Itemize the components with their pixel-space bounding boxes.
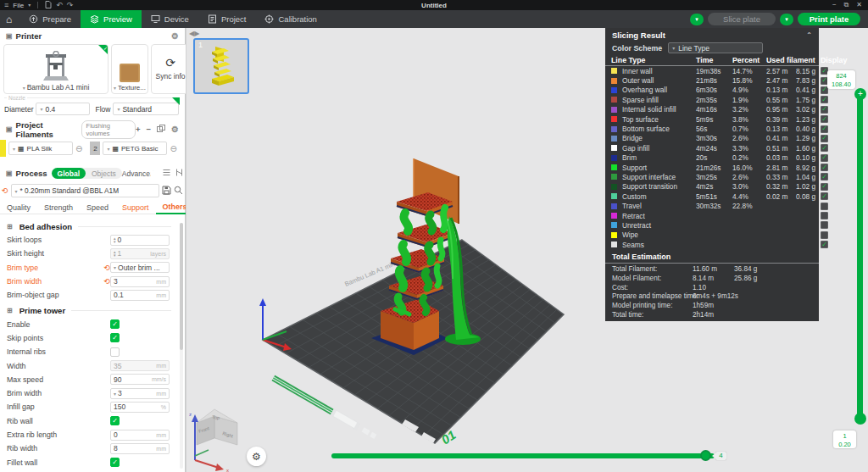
- color-scheme-select[interactable]: ▾ Line Type: [668, 42, 763, 53]
- reset-preset-icon[interactable]: ⟲: [2, 186, 8, 195]
- printer-card[interactable]: ▾Bambu Lab A1 mini: [3, 44, 108, 94]
- display-checkbox[interactable]: [821, 221, 828, 229]
- setting-input[interactable]: 90mm/s: [110, 374, 170, 385]
- tab-project[interactable]: Project: [198, 10, 256, 28]
- diameter-select[interactable]: ▾0.4: [36, 103, 90, 115]
- line-type-swatch: [611, 203, 617, 209]
- print-plate-button[interactable]: Print plate: [798, 13, 860, 25]
- display-checkbox[interactable]: ✓: [821, 183, 828, 191]
- process-tab-speed[interactable]: Speed: [80, 201, 115, 214]
- display-checkbox[interactable]: ✓: [821, 135, 828, 142]
- global-objects-switch[interactable]: Global Objects: [52, 168, 122, 179]
- setting-input[interactable]: 0mm: [110, 430, 170, 441]
- remove-filament-button[interactable]: ⊖: [75, 144, 82, 153]
- minimize-button[interactable]: −: [832, 1, 837, 9]
- move-slider-handle[interactable]: [700, 450, 711, 461]
- hamburger-menu-icon[interactable]: ≡: [4, 1, 8, 9]
- layer-slider-top-handle[interactable]: +: [854, 88, 866, 100]
- sidebar-scrollbar[interactable]: [180, 223, 183, 469]
- process-tab-strength[interactable]: Strength: [37, 201, 80, 214]
- setting-input[interactable]: 3mm: [110, 276, 170, 287]
- tab-device[interactable]: Device: [142, 10, 198, 28]
- process-tab-quality[interactable]: Quality: [0, 201, 37, 214]
- setting-spinner[interactable]: ▴▾0: [110, 235, 170, 246]
- remove-filament-icon[interactable]: −: [146, 125, 151, 134]
- display-checkbox[interactable]: ✓: [821, 173, 828, 180]
- setting-select[interactable]: ▾Outer brim ...: [110, 262, 170, 273]
- line-type-row: Support21m26s16.0%2.81 m8.92 g✓: [605, 163, 819, 172]
- setting-input[interactable]: 0.1mm: [110, 290, 170, 301]
- sync-filament-list-icon[interactable]: [157, 125, 165, 134]
- setting-input[interactable]: 35mm: [110, 360, 170, 371]
- display-checkbox[interactable]: ✓: [821, 96, 828, 103]
- home-icon[interactable]: ⌂: [6, 14, 12, 25]
- slice-plate-button[interactable]: Slice plate: [708, 13, 776, 25]
- new-project-icon[interactable]: [45, 1, 52, 10]
- display-checkbox[interactable]: ✓: [821, 192, 828, 200]
- setting-checkbox[interactable]: ✓: [110, 319, 120, 329]
- setting-select[interactable]: ▾3mm: [110, 388, 170, 399]
- display-checkbox[interactable]: ✓: [821, 241, 828, 248]
- display-checkbox[interactable]: ✓: [821, 154, 828, 162]
- setting-input[interactable]: 150%: [110, 402, 170, 413]
- redo-icon[interactable]: ↷: [67, 1, 74, 9]
- layer-slider-track[interactable]: [857, 93, 863, 419]
- file-menu[interactable]: File: [13, 2, 24, 9]
- slice-options-chevron[interactable]: ▾: [690, 14, 704, 25]
- slider-settings-button[interactable]: ⚙: [247, 447, 266, 466]
- plate-type-card[interactable]: ▾Texture...: [111, 44, 148, 94]
- display-checkbox[interactable]: ✓: [821, 164, 828, 171]
- collapse-panel-icon[interactable]: ⌃: [806, 31, 812, 39]
- print-options-chevron[interactable]: ▾: [780, 14, 793, 25]
- undo-icon[interactable]: ↶: [56, 1, 63, 9]
- flushing-volumes-button[interactable]: Flushing volumes: [81, 120, 136, 139]
- add-filament-icon[interactable]: +: [136, 125, 141, 134]
- reset-setting-icon[interactable]: ⟲: [103, 277, 110, 286]
- close-button[interactable]: ✕: [856, 1, 862, 9]
- setting-spinner[interactable]: ▴▾1layers: [110, 248, 170, 259]
- display-checkbox[interactable]: ✓: [821, 125, 828, 133]
- filament-color-tab[interactable]: [0, 140, 6, 157]
- layer-slider-bottom-handle[interactable]: [854, 413, 866, 425]
- display-checkbox[interactable]: ✓: [821, 115, 828, 123]
- filament-number-badge[interactable]: 2: [90, 142, 100, 155]
- setting-checkbox[interactable]: [110, 347, 120, 357]
- plate-thumbnail[interactable]: 1: [193, 38, 249, 94]
- display-checkbox[interactable]: ✓: [821, 106, 828, 114]
- setting-checkbox[interactable]: ✓: [110, 333, 120, 342]
- reset-setting-icon[interactable]: ⟲: [103, 264, 110, 272]
- sync-info-button[interactable]: ⟳ Sync info: [151, 44, 190, 94]
- tab-preview[interactable]: Preview: [81, 10, 142, 28]
- setting-input[interactable]: 8mm: [110, 443, 170, 454]
- tab-prepare[interactable]: Prepare: [19, 10, 81, 28]
- collapse-plate-list-icon[interactable]: ◀▶: [189, 30, 199, 37]
- compare-presets-icon[interactable]: [175, 169, 183, 178]
- printer-image: [39, 51, 73, 83]
- display-checkbox[interactable]: ✓: [821, 144, 828, 152]
- search-settings-icon[interactable]: [174, 186, 183, 197]
- setting-checkbox[interactable]: ✓: [110, 458, 120, 467]
- restore-button[interactable]: ⧉: [844, 1, 849, 9]
- time-value: 4m24s: [696, 144, 732, 153]
- setting-checkbox[interactable]: ✓: [110, 416, 120, 425]
- filament-select[interactable]: ▾▦PETG Basic: [103, 142, 167, 155]
- tab-calibration[interactable]: Calibration: [255, 10, 326, 28]
- navigation-cube[interactable]: Top Front Right z x: [189, 409, 237, 472]
- remove-filament-button[interactable]: ⊖: [170, 144, 176, 153]
- filament-settings-gear-icon[interactable]: ⚙: [171, 125, 179, 134]
- process-preset-select[interactable]: ▾* 0.20mm Standard @BBL A1M: [11, 184, 159, 197]
- move-slider-track[interactable]: [331, 453, 715, 458]
- filament-select[interactable]: ▾▦PLA Silk: [8, 142, 73, 155]
- setting-row: Extra rib length0mm: [7, 428, 171, 441]
- line-type-row: Outer wall21m8s15.8%2.47 m7.83 g✓: [605, 75, 819, 85]
- display-checkbox[interactable]: [821, 203, 828, 210]
- line-type-label: Bottom surface: [622, 125, 696, 133]
- save-preset-icon[interactable]: [162, 186, 171, 197]
- process-tab-support[interactable]: Support: [115, 201, 156, 214]
- settings-list-icon[interactable]: [163, 169, 170, 178]
- display-checkbox[interactable]: [821, 231, 828, 239]
- flow-select[interactable]: ▾Standard: [113, 103, 179, 115]
- chevron-down-icon[interactable]: ▾: [28, 1, 31, 9]
- display-checkbox[interactable]: [821, 212, 828, 219]
- printer-settings-gear-icon[interactable]: ⚙: [171, 31, 179, 41]
